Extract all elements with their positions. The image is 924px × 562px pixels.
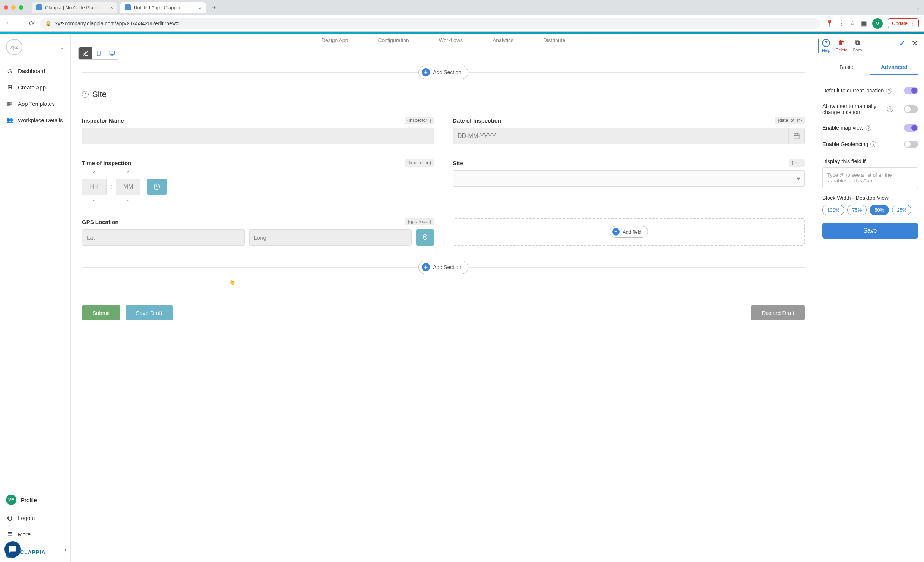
panel-icon[interactable]: ▣ xyxy=(861,20,867,28)
gps-locate-button[interactable] xyxy=(416,229,434,246)
toggle-map-view[interactable] xyxy=(904,124,918,132)
tab-analytics[interactable]: Analytics xyxy=(492,37,513,43)
workspace-logo[interactable]: xyz xyxy=(6,39,22,55)
width-50-button[interactable]: 50% xyxy=(870,204,889,215)
toggle-default-location[interactable] xyxy=(904,87,918,94)
add-section-button[interactable]: + Add Section xyxy=(418,66,468,79)
toggle-geofencing[interactable] xyxy=(904,140,918,148)
preview-desktop-button[interactable] xyxy=(105,47,119,59)
sidebar-item-more[interactable]: ☰ More xyxy=(0,526,70,542)
add-field-button[interactable]: + Add field xyxy=(609,226,648,238)
minute-input[interactable]: MM xyxy=(116,179,141,195)
sidebar-item-workplace-details[interactable]: 👥 Workplace Details xyxy=(0,112,70,128)
tab-configuration[interactable]: Configuration xyxy=(378,37,409,43)
share-icon[interactable]: ⇪ xyxy=(838,20,844,28)
browser-tab-active[interactable]: Untitled App | Clappia × xyxy=(120,2,206,13)
width-100-button[interactable]: 100% xyxy=(822,204,844,215)
time-now-button[interactable] xyxy=(147,179,166,195)
lock-icon: 🔒 xyxy=(45,21,51,27)
field-label: Time of Inspection xyxy=(82,160,131,166)
sidebar-item-dashboard[interactable]: ◷ Dashboard xyxy=(0,63,70,79)
brand-label: CLAPPIA xyxy=(20,549,45,555)
calendar-icon[interactable] xyxy=(788,128,805,144)
close-icon[interactable]: × xyxy=(199,5,202,11)
field-inspector-name[interactable]: Inspector Name {inspector_} xyxy=(82,117,434,144)
update-button[interactable]: Update⋮ xyxy=(888,18,919,28)
preview-edit-button[interactable] xyxy=(79,47,92,59)
tab-title: Clappia | No-Code Platform fo xyxy=(45,5,107,11)
chat-widget-button[interactable] xyxy=(4,541,21,557)
cursor-icon: 👆 xyxy=(229,279,816,285)
chevron-up-icon[interactable]: ⌃ xyxy=(82,91,88,98)
save-button[interactable]: Save xyxy=(822,223,918,239)
back-button[interactable]: ← xyxy=(5,20,12,27)
panel-tab-basic[interactable]: Basic xyxy=(822,60,870,75)
window-controls[interactable] xyxy=(4,5,23,10)
sidebar-item-label: Dashboard xyxy=(18,68,45,74)
browser-tab[interactable]: Clappia | No-Code Platform fo × xyxy=(32,2,117,13)
submit-button[interactable]: Submit xyxy=(82,305,120,320)
help-icon[interactable]: ? xyxy=(886,87,892,93)
reload-button[interactable]: ⟳ xyxy=(29,20,34,28)
svg-rect-5 xyxy=(794,134,799,139)
help-button[interactable]: ? Help xyxy=(822,39,831,53)
copy-button[interactable]: ⧉ Copy xyxy=(852,39,862,52)
sidebar-item-profile[interactable]: VE Profile xyxy=(0,490,70,510)
width-25-button[interactable]: 25% xyxy=(892,204,911,215)
minute-up-button[interactable]: ⌃ xyxy=(126,170,130,177)
preview-mobile-button[interactable] xyxy=(92,47,105,59)
hour-up-button[interactable]: ⌃ xyxy=(92,170,96,177)
location-icon[interactable]: 📍 xyxy=(825,20,834,28)
field-site[interactable]: Site {site} ▾ xyxy=(453,159,805,203)
tab-workflows[interactable]: Workflows xyxy=(439,37,463,43)
latitude-input[interactable]: Lat xyxy=(82,229,245,246)
field-gps-location[interactable]: GPS Location {gps_locati} Lat Long xyxy=(82,218,434,246)
field-label: Date of Inspection xyxy=(453,117,501,124)
hour-input[interactable]: HH xyxy=(82,179,106,195)
plus-icon: + xyxy=(612,228,620,236)
site-select[interactable]: ▾ xyxy=(453,170,805,187)
add-section-label: Add Section xyxy=(433,69,461,75)
sidebar-item-logout[interactable]: ⏻ Logout xyxy=(0,510,70,526)
display-condition-input[interactable]: Type @ to see a list of all the variable… xyxy=(822,167,918,189)
collapse-sidebar-button[interactable]: ‹ xyxy=(64,545,67,553)
minute-down-button[interactable]: ⌄ xyxy=(126,197,130,203)
sidebar-item-label: Create App xyxy=(18,84,46,90)
new-tab-button[interactable]: + xyxy=(209,3,219,12)
inspector-name-input[interactable] xyxy=(82,128,434,144)
add-section-button[interactable]: + Add Section xyxy=(418,260,468,274)
toggle-manual-change[interactable] xyxy=(904,105,918,113)
section-title: Site xyxy=(92,89,106,99)
delete-button[interactable]: 🗑 Delete xyxy=(836,39,848,52)
panel-tab-advanced[interactable]: Advanced xyxy=(870,60,918,75)
section-header[interactable]: ⌃ Site xyxy=(82,86,805,106)
forward-button[interactable]: → xyxy=(17,20,24,27)
close-icon[interactable]: × xyxy=(110,5,113,11)
tab-design-app[interactable]: Design App xyxy=(321,37,348,43)
field-date-of-inspection[interactable]: Date of Inspection {date_of_in} xyxy=(453,117,805,144)
sidebar-item-create-app[interactable]: ⊞ Create App xyxy=(0,79,70,95)
chevron-down-icon[interactable]: ⌄ xyxy=(60,44,64,51)
longitude-input[interactable]: Long xyxy=(249,229,412,246)
width-75-button[interactable]: 75% xyxy=(847,204,867,215)
confirm-button[interactable]: ✓ xyxy=(898,39,905,48)
hour-down-button[interactable]: ⌄ xyxy=(92,197,96,203)
tab-distribute[interactable]: Distribute xyxy=(543,37,565,43)
sidebar-item-app-templates[interactable]: ▦ App Templates xyxy=(0,95,70,112)
chevron-down-icon[interactable]: ⌄ xyxy=(915,4,920,11)
help-icon[interactable]: ? xyxy=(887,106,893,112)
add-field-slot[interactable]: + Add field xyxy=(453,218,805,246)
properties-panel: ? Help 🗑 Delete ⧉ Copy ✓ ✕ Basic Advance… xyxy=(816,33,924,562)
close-panel-button[interactable]: ✕ xyxy=(911,39,918,48)
date-input[interactable] xyxy=(453,128,788,144)
display-if-label: Display this field if xyxy=(822,158,918,164)
help-icon[interactable]: ? xyxy=(870,141,876,147)
save-draft-button[interactable]: Save Draft xyxy=(126,305,173,320)
field-time-of-inspection[interactable]: Time of Inspection {time_of_in} ⌃ HH ⌄ :… xyxy=(82,159,434,203)
panel-action-label: Copy xyxy=(852,48,862,52)
address-bar[interactable]: 🔒 xyz-company.clappia.com/app/XTA534206/… xyxy=(40,18,820,29)
bookmark-icon[interactable]: ☆ xyxy=(849,20,855,28)
help-icon[interactable]: ? xyxy=(866,125,872,131)
discard-draft-button[interactable]: Discard Draft xyxy=(751,305,805,320)
profile-avatar[interactable]: V xyxy=(872,18,883,29)
